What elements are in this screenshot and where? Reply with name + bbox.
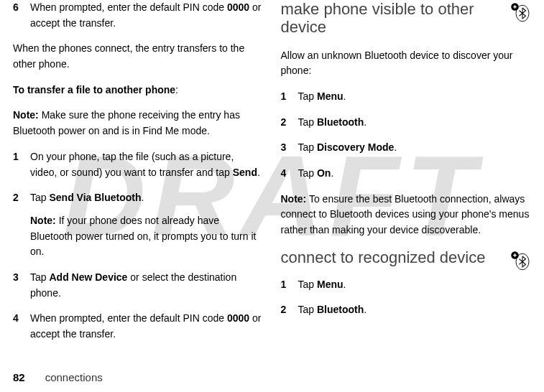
vstep-2: 2 Tap Bluetooth. <box>281 115 532 131</box>
text: . <box>344 279 346 290</box>
svg-rect-6 <box>515 253 516 257</box>
vstep-1: 1 Tap Menu. <box>281 89 532 105</box>
bluetooth-label: Bluetooth <box>317 304 364 315</box>
heading-text: To transfer a file to another phone <box>13 84 175 95</box>
transfer-heading: To transfer a file to another phone: <box>13 83 264 98</box>
note-label: Note: <box>30 215 56 226</box>
paragraph-connect: When the phones connect, the entry trans… <box>13 41 264 72</box>
vstep-4: 4 Tap On. <box>281 166 532 182</box>
note-label: Note: <box>13 109 39 121</box>
text: Tap <box>298 90 317 102</box>
note-text: If your phone does not already have Blue… <box>30 215 256 257</box>
step-1: 1 On your phone, tap the file (such as a… <box>13 149 264 180</box>
heading-visible: make phone visible to other device <box>281 0 506 37</box>
note-text: Make sure the phone receiving the entry … <box>13 109 240 136</box>
menu-label: Menu <box>317 279 344 290</box>
step2-note: Note: If your phone does not already hav… <box>30 213 264 260</box>
step-text: Tap Discovery Mode. <box>298 140 532 156</box>
step-number: 6 <box>13 0 30 31</box>
section-connect-header: connect to recognized device <box>281 248 532 271</box>
note-transfer: Note: Make sure the phone receiving the … <box>13 108 264 139</box>
page-number: 82 <box>13 371 25 383</box>
colon: : <box>175 84 178 95</box>
note-best: Note: To ensure the best Bluetooth conne… <box>281 192 532 238</box>
step-number: 2 <box>281 302 298 318</box>
step-text: Tap Add New Device or select the destina… <box>30 270 264 301</box>
text: On your phone, tap the file (such as a p… <box>30 151 234 178</box>
step-text: Tap Bluetooth. <box>298 115 532 131</box>
text: . <box>394 141 397 153</box>
step-number: 2 <box>281 115 298 131</box>
left-column: 6 When prompted, enter the default PIN c… <box>13 0 272 359</box>
text: Tap <box>298 167 317 179</box>
svg-rect-2 <box>515 5 516 9</box>
page-footer: 82 connections <box>13 371 103 383</box>
text: . <box>257 167 260 178</box>
add-new-device-label: Add New Device <box>49 271 127 283</box>
text: Tap <box>298 279 317 290</box>
pin-code: 0000 <box>227 312 249 324</box>
vstep-3: 3 Tap Discovery Mode. <box>281 140 532 156</box>
step-3: 3 Tap Add New Device or select the desti… <box>13 270 264 301</box>
paragraph-allow: Allow an unknown Bluetooth device to dis… <box>281 48 532 79</box>
text: . <box>331 167 333 179</box>
step-text: When prompted, enter the default PIN cod… <box>30 0 264 31</box>
on-label: On <box>317 167 331 179</box>
text: . <box>142 192 144 203</box>
step-text: On your phone, tap the file (such as a p… <box>30 149 264 180</box>
step-6: 6 When prompted, enter the default PIN c… <box>13 0 264 31</box>
chapter-name: connections <box>45 371 103 383</box>
cstep-1: 1 Tap Menu. <box>281 277 532 293</box>
step-4: 4 When prompted, enter the default PIN c… <box>13 311 264 342</box>
text: . <box>364 116 366 128</box>
text: Tap <box>30 271 49 283</box>
step-text: Tap Menu. <box>298 277 532 293</box>
step-number: 4 <box>281 166 298 182</box>
text: Tap <box>298 116 317 128</box>
step-number: 4 <box>13 311 30 342</box>
pin-code: 0000 <box>227 1 249 13</box>
step-2: 2 Tap Send Via Bluetooth. Note: If your … <box>13 190 264 260</box>
right-column: make phone visible to other device Allow… <box>272 0 532 359</box>
text: . <box>364 304 366 315</box>
text: When prompted, enter the default PIN cod… <box>30 1 227 13</box>
step-number: 3 <box>281 140 298 156</box>
text: Tap <box>298 304 317 315</box>
step-number: 1 <box>13 149 30 180</box>
bluetooth-label: Bluetooth <box>317 116 364 128</box>
page-content: 6 When prompted, enter the default PIN c… <box>0 0 544 359</box>
bluetooth-add-icon <box>510 1 531 23</box>
step-text: Tap Send Via Bluetooth. Note: If your ph… <box>30 190 264 260</box>
step-text: Tap Bluetooth. <box>298 302 532 318</box>
bluetooth-add-icon <box>510 250 531 271</box>
text: When prompted, enter the default PIN cod… <box>30 312 227 324</box>
text: Tap <box>298 141 317 153</box>
step-text: When prompted, enter the default PIN cod… <box>30 311 264 342</box>
send-label: Send <box>233 167 257 178</box>
send-via-bluetooth-label: Send Via Bluetooth <box>49 192 141 203</box>
heading-connect: connect to recognized device <box>281 248 486 266</box>
step-number: 3 <box>13 270 30 301</box>
text: Tap <box>30 192 49 203</box>
discovery-mode-label: Discovery Mode <box>317 141 394 153</box>
menu-label: Menu <box>317 90 344 102</box>
note-text: To ensure the best Bluetooth connection,… <box>281 193 530 235</box>
note-label: Note: <box>281 193 307 205</box>
step-number: 2 <box>13 190 30 260</box>
step-text: Tap On. <box>298 166 532 182</box>
text: . <box>344 90 346 102</box>
step-number: 1 <box>281 277 298 293</box>
step-number: 1 <box>281 89 298 105</box>
section-visible-header: make phone visible to other device <box>281 0 532 42</box>
step-text: Tap Menu. <box>298 89 532 105</box>
cstep-2: 2 Tap Bluetooth. <box>281 302 532 318</box>
